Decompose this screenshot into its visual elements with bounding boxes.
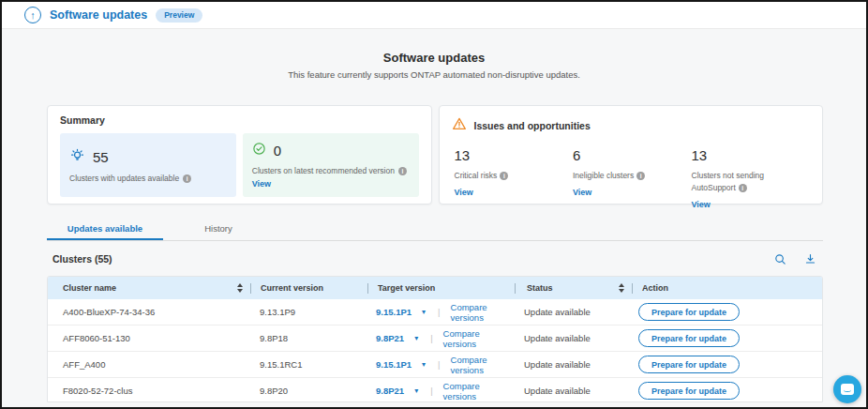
ineligible-clusters-view-link[interactable]: View (573, 188, 591, 197)
chevron-down-icon[interactable]: ▾ (414, 334, 418, 342)
current-version-cell: 9.8P20 (250, 378, 367, 402)
current-version-cell: 9.13.1P9 (250, 299, 367, 325)
tab-updates-available[interactable]: Updates available (47, 215, 163, 240)
prepare-for-update-button[interactable]: Prepare for update (638, 329, 740, 347)
cluster-name-cell: AFF_A400 (48, 352, 250, 377)
cell-divider: | (430, 333, 432, 343)
target-version-link[interactable]: 9.8P21 (376, 386, 404, 396)
target-version-cell: 9.8P21 ▾ | Compare versions (367, 326, 513, 351)
prepare-for-update-button[interactable]: Prepare for update (638, 356, 740, 373)
target-version-cell: 9.15.1P1 ▾ | Compare versions (367, 299, 513, 325)
table-row: AFF8060-51-130 9.8P18 9.8P21 ▾ | Compare… (48, 326, 822, 352)
clusters-table: Cluster name Current version Target vers… (47, 276, 823, 402)
preview-badge: Preview (156, 8, 202, 23)
search-icon[interactable] (773, 252, 787, 266)
compare-versions-link[interactable]: Compare versions (443, 328, 513, 349)
table-row: AFF_A400 9.15.1RC1 9.15.1P1 ▾ | Compare … (48, 352, 822, 378)
col-action: Action (642, 283, 668, 293)
chevron-down-icon[interactable]: ▾ (422, 360, 426, 369)
page-title: Software updates (2, 51, 866, 65)
chat-bubble-icon (841, 384, 854, 395)
latest-version-tile: 0 Clusters on latest recommended version… (243, 133, 419, 197)
status-cell: Update available (513, 378, 629, 402)
critical-risks-view-link[interactable]: View (455, 188, 473, 197)
info-icon[interactable]: i (739, 184, 747, 192)
ineligible-clusters-count: 6 (573, 147, 679, 163)
compare-versions-link[interactable]: Compare versions (451, 302, 513, 323)
tab-history[interactable]: History (163, 215, 274, 240)
cluster-name-cell: A400-BlueXP-74-34-36 (48, 299, 250, 325)
status-cell: Update available (513, 352, 629, 377)
target-version-link[interactable]: 9.15.1P1 (376, 307, 412, 317)
sort-icon[interactable] (619, 283, 624, 293)
prepare-for-update-button[interactable]: Prepare for update (638, 303, 740, 321)
latest-version-view-link[interactable]: View (252, 179, 410, 189)
app-window: ↑ Software updates Preview Software upda… (0, 0, 868, 409)
lightbulb-icon (69, 147, 85, 167)
table-row: A400-BlueXP-74-34-36 9.13.1P9 9.15.1P1 ▾… (48, 299, 822, 326)
issues-card: Issues and opportunities 13 Critical ris… (439, 105, 824, 204)
cell-divider: | (438, 307, 440, 317)
target-version-cell: 9.15.1P1 ▾ | Compare versions (367, 352, 513, 377)
current-version-cell: 9.15.1RC1 (250, 352, 367, 377)
critical-risks-stat: 13 Critical risksi View (455, 147, 574, 211)
cluster-name-cell: AFF8060-51-130 (48, 326, 250, 351)
page-subtitle: This feature currently supports ONTAP au… (2, 69, 866, 80)
info-icon[interactable]: i (398, 167, 407, 175)
status-cell: Update available (513, 299, 629, 325)
clusters-list-header: Clusters (55) (52, 248, 817, 270)
warning-triangle-icon (452, 116, 467, 135)
cell-divider: | (430, 386, 432, 396)
target-version-link[interactable]: 9.15.1P1 (376, 359, 412, 370)
sort-icon[interactable] (237, 283, 243, 293)
critical-risks-label: Critical risks (455, 171, 498, 180)
prepare-for-update-button[interactable]: Prepare for update (638, 382, 740, 400)
info-icon[interactable]: i (183, 174, 191, 183)
target-version-cell: 9.8P21 ▾ | Compare versions (367, 378, 513, 402)
app-title: Software updates (50, 8, 147, 22)
no-autosupport-stat: 13 Clusters not sending AutoSupporti Vie… (692, 147, 811, 211)
tab-bar: Updates available History (47, 215, 823, 241)
no-autosupport-view-link[interactable]: View (692, 200, 711, 209)
ineligible-clusters-stat: 6 Ineligible clustersi View (573, 147, 692, 211)
summary-card: Summary 55 Clusters (47, 105, 432, 204)
check-circle-icon (252, 142, 266, 159)
clusters-count-title: Clusters (55) (52, 253, 112, 265)
status-cell: Update available (513, 326, 629, 351)
app-header: ↑ Software updates Preview (2, 2, 866, 29)
chat-launcher-button[interactable] (833, 375, 861, 403)
compare-versions-link[interactable]: Compare versions (443, 381, 513, 401)
cell-divider: | (438, 359, 440, 370)
latest-version-label: Clusters on latest recommended version (252, 166, 395, 175)
col-status: Status (527, 283, 553, 293)
issues-title: Issues and opportunities (474, 120, 591, 131)
critical-risks-count: 13 (455, 147, 561, 163)
page-head: Software updates This feature currently … (2, 51, 866, 80)
issues-columns: 13 Critical risksi View 6 Ineligible clu… (452, 147, 811, 211)
no-autosupport-label: Clusters not sending AutoSupport (692, 171, 765, 192)
table-row: F8020-52-72-clus 9.8P20 9.8P21 ▾ | Compa… (48, 378, 822, 402)
updates-available-label: Clusters with updates available (69, 174, 179, 183)
col-target-version: Target version (378, 283, 435, 293)
updates-available-tile: 55 Clusters with updates available i (60, 133, 236, 197)
table-header-row: Cluster name Current version Target vers… (48, 277, 822, 299)
cluster-name-cell: F8020-52-72-clus (48, 378, 250, 402)
chevron-down-icon[interactable]: ▾ (414, 386, 418, 395)
current-version-cell: 9.8P18 (250, 326, 367, 351)
info-icon[interactable]: i (500, 172, 508, 180)
target-version-link[interactable]: 9.8P21 (376, 333, 404, 343)
software-update-icon[interactable]: ↑ (24, 7, 41, 23)
chevron-down-icon[interactable]: ▾ (422, 308, 426, 316)
compare-versions-link[interactable]: Compare versions (451, 355, 513, 375)
col-cluster-name: Cluster name (63, 283, 116, 293)
col-current-version: Current version (261, 283, 323, 293)
info-icon[interactable]: i (636, 172, 645, 180)
summary-tiles: 55 Clusters with updates available i (60, 133, 419, 197)
summary-cards-row: Summary 55 Clusters (47, 105, 823, 204)
ineligible-clusters-label: Ineligible clusters (573, 171, 634, 180)
updates-available-count: 55 (93, 149, 109, 165)
no-autosupport-count: 13 (692, 147, 798, 163)
download-icon[interactable] (803, 252, 817, 266)
latest-version-count: 0 (274, 143, 281, 159)
summary-title: Summary (60, 114, 419, 126)
